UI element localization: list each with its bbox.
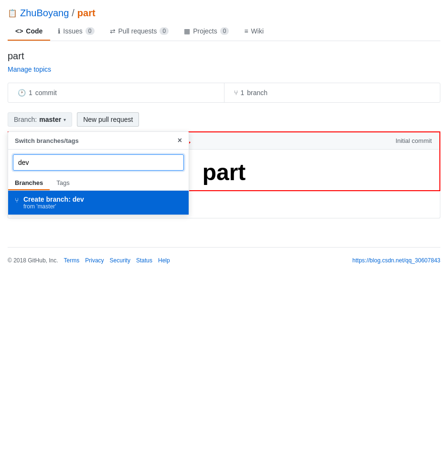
close-icon[interactable]: ×: [178, 137, 182, 144]
projects-icon: ▦: [184, 27, 190, 35]
issues-icon: ℹ: [58, 27, 60, 35]
pr-icon: ⇄: [110, 27, 116, 35]
chevron-down-icon: ▾: [64, 117, 66, 122]
tab-wiki[interactable]: ≡ Wiki: [236, 22, 271, 41]
footer-status[interactable]: Status: [136, 257, 152, 264]
tab-issues-label: Issues: [63, 27, 82, 35]
branch-row: Branch: master ▾ New pull request Switch…: [8, 112, 440, 127]
content-area: part Manage topics 🕐 1 commit ⑂ 1 branch…: [8, 41, 440, 228]
branch-prefix: Branch:: [14, 116, 37, 123]
result-text: Create branch: dev from 'master': [23, 195, 84, 210]
branch-label: branch: [247, 89, 267, 97]
repo-name-label: part: [8, 51, 440, 62]
branch-search-input[interactable]: [13, 154, 184, 171]
footer-terms[interactable]: Terms: [64, 257, 80, 264]
manage-topics-link[interactable]: Manage topics: [8, 65, 51, 73]
tab-code[interactable]: <> Code: [8, 22, 50, 41]
tab-code-label: Code: [26, 27, 43, 35]
footer-help[interactable]: Help: [158, 257, 170, 264]
wiki-icon: ≡: [244, 27, 248, 35]
tab-pr-label: Pull requests: [118, 27, 157, 35]
create-branch-option[interactable]: ⑂ Create branch: dev from 'master': [8, 191, 189, 215]
branch-icon: ⑂: [234, 89, 238, 97]
commit-message: Initial commit: [395, 137, 432, 144]
footer-csdn-link[interactable]: https://blog.csdn.net/qq_30607843: [352, 257, 440, 264]
projects-badge: 0: [220, 27, 229, 35]
branches-tab[interactable]: Branches: [8, 176, 50, 190]
repo-header: 📋 ZhuBoyang / part: [8, 0, 440, 22]
branches-stat[interactable]: ⑂ 1 branch: [224, 83, 440, 102]
branch-dropdown: Switch branches/tags × Branches Tags ⑂ C…: [8, 131, 189, 215]
branch-selector-button[interactable]: Branch: master ▾: [8, 112, 72, 127]
code-icon: <>: [15, 27, 23, 35]
commits-icon: 🕐: [18, 89, 26, 97]
tab-pullrequests[interactable]: ⇄ Pull requests 0: [102, 22, 177, 41]
repo-description-section: part Manage topics: [8, 51, 440, 73]
issues-badge: 0: [85, 27, 95, 35]
commits-stat[interactable]: 🕐 1 commit: [8, 83, 224, 102]
tab-projects[interactable]: ▦ Projects 0: [176, 22, 236, 41]
branch-count: 1: [241, 89, 245, 97]
branch-name: master: [39, 116, 61, 123]
footer-copyright: © 2018 GitHub, Inc.: [8, 257, 58, 264]
create-branch-subtitle: from 'master': [23, 203, 84, 210]
dropdown-title: Switch branches/tags: [15, 137, 79, 144]
new-pull-request-button[interactable]: New pull request: [77, 112, 139, 127]
dropdown-header: Switch branches/tags ×: [8, 132, 189, 150]
branch-result-icon: ⑂: [15, 196, 19, 204]
tags-tab[interactable]: Tags: [50, 176, 76, 190]
commits-label: commit: [35, 89, 57, 97]
tab-wiki-label: Wiki: [251, 27, 264, 35]
commits-count: 1: [29, 89, 32, 97]
tab-issues[interactable]: ℹ Issues 0: [50, 22, 102, 41]
stats-bar: 🕐 1 commit ⑂ 1 branch: [8, 83, 440, 103]
repo-name-link[interactable]: part: [77, 8, 96, 19]
footer-left: © 2018 GitHub, Inc. Terms Privacy Securi…: [8, 257, 170, 264]
tabs-bar: <> Code ℹ Issues 0 ⇄ Pull requests 0 ▦ P…: [8, 22, 440, 41]
create-branch-title: Create branch: dev: [23, 195, 84, 203]
tab-projects-label: Projects: [193, 27, 217, 35]
pr-badge: 0: [160, 27, 169, 35]
repo-icon: 📋: [8, 9, 17, 18]
repo-separator: /: [72, 8, 75, 19]
footer-privacy[interactable]: Privacy: [85, 257, 104, 264]
dropdown-tabs: Branches Tags: [8, 176, 189, 191]
footer-security[interactable]: Security: [110, 257, 130, 264]
repo-owner-link[interactable]: ZhuBoyang: [20, 8, 69, 19]
page-footer: © 2018 GitHub, Inc. Terms Privacy Securi…: [8, 247, 440, 269]
